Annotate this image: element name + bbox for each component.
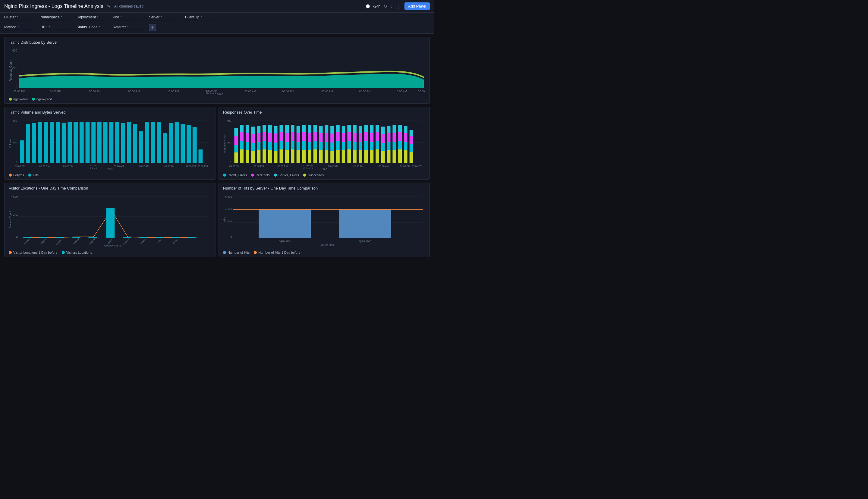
svg-rect-104 xyxy=(268,125,272,133)
svg-text:200: 200 xyxy=(12,66,17,70)
legend-hits: Hits xyxy=(28,173,39,177)
svg-text:02:00 PM: 02:00 PM xyxy=(418,90,425,93)
add-filter-button[interactable]: + xyxy=(149,24,156,31)
svg-rect-132 xyxy=(308,125,311,133)
panel-hits-by-server: Number of Hits by Server - One Day Time … xyxy=(219,183,430,257)
hits-by-server-chart: 6,000 4,000 2,000 0 Hits ngin xyxy=(223,192,425,254)
svg-text:2,000: 2,000 xyxy=(225,220,232,223)
svg-rect-92 xyxy=(252,126,255,134)
clock-icon[interactable]: 🕐 xyxy=(366,4,370,9)
svg-text:18 Jun 21: 18 Jun 21 xyxy=(88,167,99,170)
svg-rect-125 xyxy=(302,150,306,163)
filter-referrer[interactable]: Referrer * xyxy=(113,25,143,30)
svg-rect-40 xyxy=(91,122,96,163)
svg-rect-196 xyxy=(398,125,402,132)
svg-text:400: 400 xyxy=(12,49,17,52)
panel-responses-over-time: Responses Over Time 400 200 0 Requests C… xyxy=(219,107,430,180)
svg-rect-30 xyxy=(32,123,36,163)
legend-successes: Successes xyxy=(303,173,324,177)
svg-rect-95 xyxy=(257,133,260,142)
filter-url[interactable]: URL * xyxy=(40,25,71,30)
legend-dot-nginx-dev xyxy=(9,98,12,101)
svg-rect-159 xyxy=(347,132,351,141)
filter-icon[interactable]: ▿ xyxy=(390,4,392,9)
svg-rect-197 xyxy=(404,150,407,163)
svg-rect-166 xyxy=(359,142,362,150)
svg-rect-86 xyxy=(246,142,249,150)
svg-rect-160 xyxy=(347,125,351,132)
visitor-locations-chart: 4,000 2,000 0 Visitors Count xyxy=(9,192,211,254)
svg-rect-56 xyxy=(186,125,191,163)
svg-rect-174 xyxy=(370,142,374,150)
svg-text:06:00 AM: 06:00 AM xyxy=(353,165,363,168)
svg-rect-179 xyxy=(376,132,379,141)
svg-rect-233 xyxy=(188,237,196,238)
filter-client-ip[interactable]: Client_Ip * xyxy=(185,15,215,20)
svg-text:03:00 AM: 03:00 AM xyxy=(328,165,338,168)
svg-rect-172 xyxy=(364,125,368,132)
legend-client-errors: Client_Errors xyxy=(223,173,247,177)
filter-server[interactable]: Server * xyxy=(149,15,179,20)
svg-text:18 Jun 21: 18 Jun 21 xyxy=(206,92,218,95)
svg-rect-195 xyxy=(398,132,402,141)
add-panel-button[interactable]: Add Panel xyxy=(404,2,430,10)
edit-icon[interactable]: ✎ xyxy=(107,4,111,9)
filter-cluster[interactable]: Cluster * xyxy=(4,15,34,20)
refresh-icon[interactable]: ↻ xyxy=(383,4,387,9)
time-range[interactable]: -24h xyxy=(373,4,380,9)
svg-rect-117 xyxy=(291,149,294,163)
svg-rect-127 xyxy=(302,132,306,141)
svg-rect-157 xyxy=(347,149,351,163)
svg-rect-42 xyxy=(103,122,108,163)
filter-namespace[interactable]: Namespace * xyxy=(40,15,71,20)
svg-rect-36 xyxy=(68,122,72,163)
svg-rect-89 xyxy=(252,151,255,163)
svg-text:Requests Count: Requests Count xyxy=(223,133,226,153)
svg-rect-88 xyxy=(246,125,249,133)
svg-rect-130 xyxy=(308,142,311,150)
svg-rect-108 xyxy=(274,126,278,133)
filter-status-code[interactable]: Status_Code * xyxy=(76,25,107,30)
svg-text:10:00 AM: 10:00 AM xyxy=(395,90,407,93)
svg-rect-147 xyxy=(330,133,334,143)
legend-nginx-dev: nginx-dev xyxy=(9,97,28,101)
svg-rect-87 xyxy=(246,133,249,142)
svg-rect-135 xyxy=(314,132,317,141)
svg-text:04:00 AM: 04:00 AM xyxy=(282,90,294,93)
row-2: Traffic Volume and Bytes Served 400 200 … xyxy=(4,107,430,180)
svg-rect-54 xyxy=(175,122,179,163)
svg-rect-180 xyxy=(376,125,379,132)
filter-deployment[interactable]: Deployment * xyxy=(76,15,107,20)
svg-rect-48 xyxy=(139,131,143,163)
svg-rect-102 xyxy=(268,142,272,150)
svg-text:06:00 PM: 06:00 PM xyxy=(254,165,264,168)
svg-rect-227 xyxy=(72,237,81,238)
svg-rect-34 xyxy=(56,122,60,163)
svg-rect-165 xyxy=(359,150,362,163)
svg-rect-226 xyxy=(56,237,64,238)
svg-rect-31 xyxy=(38,122,42,163)
svg-rect-143 xyxy=(325,133,328,142)
svg-text:Country Name: Country Name xyxy=(104,244,121,247)
svg-text:03:00 PM: 03:00 PM xyxy=(229,165,240,168)
traffic-distribution-legend: nginx-dev nginx-prod xyxy=(9,97,425,101)
svg-text:200: 200 xyxy=(13,141,17,144)
svg-rect-80 xyxy=(234,129,238,136)
svg-rect-96 xyxy=(257,126,260,133)
panel-traffic-distribution-title: Traffic Distribution by Server xyxy=(9,40,425,45)
filter-method[interactable]: Method * xyxy=(4,25,34,30)
svg-rect-232 xyxy=(172,237,180,238)
svg-rect-47 xyxy=(133,124,137,163)
svg-rect-178 xyxy=(376,141,379,149)
more-icon[interactable]: ⋮ xyxy=(395,3,402,10)
svg-text:10:00 PM: 10:00 PM xyxy=(168,90,179,93)
svg-rect-121 xyxy=(296,150,300,163)
svg-text:03:00 AM: 03:00 AM xyxy=(114,165,124,168)
svg-text:03:00 PM: 03:00 PM xyxy=(197,165,208,168)
filter-pod[interactable]: Pod * xyxy=(113,15,143,20)
svg-rect-93 xyxy=(257,150,260,163)
svg-text:Angola: Angola xyxy=(39,238,46,245)
svg-rect-118 xyxy=(291,141,294,149)
svg-text:Requests Count: Requests Count xyxy=(9,60,12,81)
responses-legend: Client_Errors Redirects Server_Errors Su… xyxy=(223,173,425,177)
